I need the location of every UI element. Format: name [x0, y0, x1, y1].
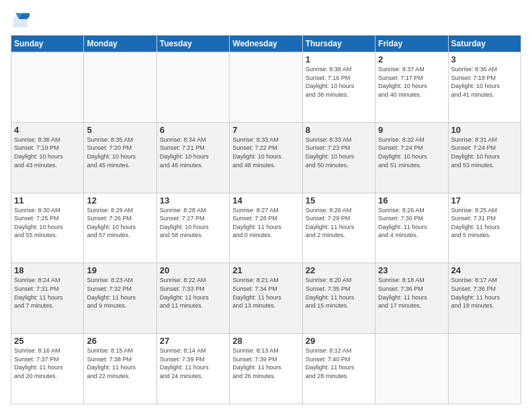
- day-cell: 21Sunrise: 8:21 AMSunset: 7:34 PMDayligh…: [230, 263, 302, 334]
- day-header-thursday: Thursday: [302, 36, 375, 52]
- day-cell: [230, 52, 302, 123]
- day-number: 4: [14, 125, 81, 135]
- day-header-tuesday: Tuesday: [157, 36, 229, 52]
- day-info: Sunrise: 8:17 AMSunset: 7:36 PMDaylight:…: [451, 276, 518, 310]
- day-info: Sunrise: 8:23 AMSunset: 7:32 PMDaylight:…: [87, 276, 153, 310]
- day-number: 15: [306, 195, 372, 205]
- day-cell: 1Sunrise: 8:38 AMSunset: 7:16 PMDaylight…: [302, 52, 375, 123]
- week-row-2: 11Sunrise: 8:30 AMSunset: 7:25 PMDayligh…: [11, 193, 521, 263]
- day-cell: 17Sunrise: 8:25 AMSunset: 7:31 PMDayligh…: [448, 193, 521, 263]
- day-cell: 15Sunrise: 8:26 AMSunset: 7:29 PMDayligh…: [302, 193, 375, 263]
- day-cell: 2Sunrise: 8:37 AMSunset: 7:17 PMDaylight…: [375, 52, 448, 123]
- day-cell: 13Sunrise: 8:28 AMSunset: 7:27 PMDayligh…: [157, 193, 229, 263]
- day-number: 1: [306, 54, 372, 64]
- day-cell: 22Sunrise: 8:20 AMSunset: 7:35 PMDayligh…: [302, 263, 375, 334]
- day-number: 7: [232, 125, 299, 135]
- day-cell: 20Sunrise: 8:22 AMSunset: 7:33 PMDayligh…: [157, 263, 229, 334]
- day-info: Sunrise: 8:33 AMSunset: 7:22 PMDaylight:…: [232, 136, 299, 169]
- day-number: 14: [232, 195, 299, 205]
- day-cell: [375, 334, 448, 404]
- day-info: Sunrise: 8:12 AMSunset: 7:40 PMDaylight:…: [306, 347, 372, 380]
- day-info: Sunrise: 8:14 AMSunset: 7:39 PMDaylight:…: [160, 347, 226, 380]
- calendar-table: SundayMondayTuesdayWednesdayThursdayFrid…: [11, 35, 521, 404]
- day-number: 2: [378, 54, 445, 64]
- week-row-0: 1Sunrise: 8:38 AMSunset: 7:16 PMDaylight…: [11, 52, 521, 123]
- day-info: Sunrise: 8:18 AMSunset: 7:36 PMDaylight:…: [378, 276, 445, 310]
- day-number: 29: [306, 336, 372, 346]
- week-row-4: 25Sunrise: 8:16 AMSunset: 7:37 PMDayligh…: [11, 334, 521, 404]
- day-info: Sunrise: 8:21 AMSunset: 7:34 PMDaylight:…: [232, 276, 299, 310]
- logo: [11, 11, 32, 30]
- day-cell: 6Sunrise: 8:34 AMSunset: 7:21 PMDaylight…: [157, 122, 229, 193]
- day-cell: 23Sunrise: 8:18 AMSunset: 7:36 PMDayligh…: [375, 263, 448, 334]
- day-number: 22: [306, 265, 372, 275]
- day-info: Sunrise: 8:15 AMSunset: 7:38 PMDaylight:…: [87, 347, 153, 380]
- day-number: 11: [14, 195, 81, 205]
- day-info: Sunrise: 8:30 AMSunset: 7:25 PMDaylight:…: [14, 206, 81, 240]
- day-header-saturday: Saturday: [448, 36, 521, 52]
- day-header-wednesday: Wednesday: [230, 36, 302, 52]
- day-info: Sunrise: 8:22 AMSunset: 7:33 PMDaylight:…: [160, 276, 226, 310]
- day-number: 3: [451, 54, 518, 64]
- day-cell: 18Sunrise: 8:24 AMSunset: 7:31 PMDayligh…: [11, 263, 84, 334]
- day-cell: [448, 334, 521, 404]
- week-row-3: 18Sunrise: 8:24 AMSunset: 7:31 PMDayligh…: [11, 263, 521, 334]
- day-number: 13: [160, 195, 226, 205]
- day-info: Sunrise: 8:26 AMSunset: 7:29 PMDaylight:…: [306, 206, 372, 240]
- day-info: Sunrise: 8:32 AMSunset: 7:24 PMDaylight:…: [378, 136, 445, 169]
- day-header-friday: Friday: [375, 36, 448, 52]
- day-cell: 25Sunrise: 8:16 AMSunset: 7:37 PMDayligh…: [11, 334, 84, 404]
- day-number: 5: [87, 125, 153, 135]
- day-info: Sunrise: 8:26 AMSunset: 7:30 PMDaylight:…: [378, 206, 445, 240]
- day-cell: 26Sunrise: 8:15 AMSunset: 7:38 PMDayligh…: [84, 334, 157, 404]
- day-number: 12: [87, 195, 153, 205]
- day-number: 8: [306, 125, 372, 135]
- day-cell: 9Sunrise: 8:32 AMSunset: 7:24 PMDaylight…: [375, 122, 448, 193]
- day-info: Sunrise: 8:37 AMSunset: 7:17 PMDaylight:…: [378, 65, 445, 99]
- day-cell: 10Sunrise: 8:31 AMSunset: 7:24 PMDayligh…: [448, 122, 521, 193]
- day-number: 25: [14, 336, 81, 346]
- day-number: 19: [87, 265, 153, 275]
- day-number: 27: [160, 336, 226, 346]
- day-cell: 5Sunrise: 8:35 AMSunset: 7:20 PMDaylight…: [84, 122, 157, 193]
- day-cell: 27Sunrise: 8:14 AMSunset: 7:39 PMDayligh…: [157, 334, 229, 404]
- day-info: Sunrise: 8:20 AMSunset: 7:35 PMDaylight:…: [306, 276, 372, 310]
- day-cell: 14Sunrise: 8:27 AMSunset: 7:28 PMDayligh…: [230, 193, 302, 263]
- day-info: Sunrise: 8:36 AMSunset: 7:18 PMDaylight:…: [451, 65, 518, 99]
- day-cell: 19Sunrise: 8:23 AMSunset: 7:32 PMDayligh…: [84, 263, 157, 334]
- day-info: Sunrise: 8:35 AMSunset: 7:20 PMDaylight:…: [87, 136, 153, 169]
- day-cell: 24Sunrise: 8:17 AMSunset: 7:36 PMDayligh…: [448, 263, 521, 334]
- day-cell: 12Sunrise: 8:29 AMSunset: 7:26 PMDayligh…: [84, 193, 157, 263]
- day-number: 9: [378, 125, 445, 135]
- week-row-1: 4Sunrise: 8:36 AMSunset: 7:19 PMDaylight…: [11, 122, 521, 193]
- day-number: 28: [232, 336, 299, 346]
- day-number: 6: [160, 125, 226, 135]
- day-number: 20: [160, 265, 226, 275]
- day-number: 10: [451, 125, 518, 135]
- header: [11, 11, 521, 30]
- day-info: Sunrise: 8:31 AMSunset: 7:24 PMDaylight:…: [451, 136, 518, 169]
- day-cell: 7Sunrise: 8:33 AMSunset: 7:22 PMDaylight…: [230, 122, 302, 193]
- day-cell: [84, 52, 157, 123]
- day-header-sunday: Sunday: [11, 36, 84, 52]
- day-cell: 3Sunrise: 8:36 AMSunset: 7:18 PMDaylight…: [448, 52, 521, 123]
- day-number: 18: [14, 265, 81, 275]
- day-cell: 28Sunrise: 8:13 AMSunset: 7:39 PMDayligh…: [230, 334, 302, 404]
- day-info: Sunrise: 8:16 AMSunset: 7:37 PMDaylight:…: [14, 347, 81, 380]
- days-header-row: SundayMondayTuesdayWednesdayThursdayFrid…: [11, 36, 521, 52]
- day-info: Sunrise: 8:13 AMSunset: 7:39 PMDaylight:…: [232, 347, 299, 380]
- day-number: 21: [232, 265, 299, 275]
- day-cell: 8Sunrise: 8:33 AMSunset: 7:23 PMDaylight…: [302, 122, 375, 193]
- day-cell: 29Sunrise: 8:12 AMSunset: 7:40 PMDayligh…: [302, 334, 375, 404]
- day-cell: 4Sunrise: 8:36 AMSunset: 7:19 PMDaylight…: [11, 122, 84, 193]
- day-info: Sunrise: 8:38 AMSunset: 7:16 PMDaylight:…: [306, 65, 372, 99]
- day-cell: [11, 52, 84, 123]
- day-number: 16: [378, 195, 445, 205]
- day-info: Sunrise: 8:24 AMSunset: 7:31 PMDaylight:…: [14, 276, 81, 310]
- day-info: Sunrise: 8:36 AMSunset: 7:19 PMDaylight:…: [14, 136, 81, 169]
- day-info: Sunrise: 8:29 AMSunset: 7:26 PMDaylight:…: [87, 206, 153, 240]
- page: SundayMondayTuesdayWednesdayThursdayFrid…: [0, 0, 532, 411]
- day-info: Sunrise: 8:27 AMSunset: 7:28 PMDaylight:…: [232, 206, 299, 240]
- day-number: 26: [87, 336, 153, 346]
- day-cell: [157, 52, 229, 123]
